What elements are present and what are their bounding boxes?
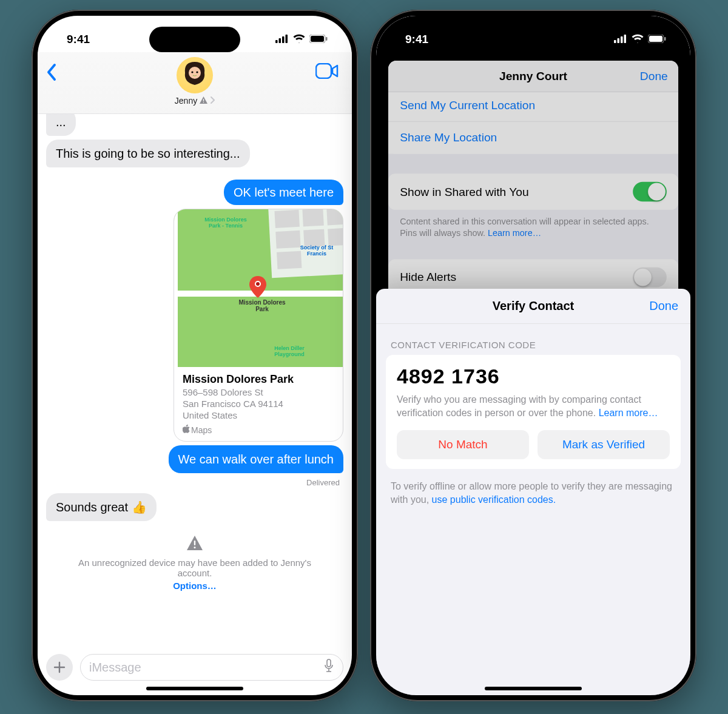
battery-icon [309,33,328,46]
svg-rect-20 [327,659,331,667]
message-text: This is going to be so interesting... [56,147,240,160]
location-title: Mission Dolores Park [183,373,334,386]
svg-rect-1 [279,38,281,43]
chevron-right-icon [210,96,215,106]
cellular-icon [614,33,627,46]
warning-text: An unrecognized device may have been add… [61,557,329,578]
battery-icon [648,33,666,46]
status-time: 9:41 [67,33,90,46]
message-thread[interactable]: ... This is going to be so interesting..… [38,114,352,619]
contact-avatar-button[interactable]: Jenny [47,56,342,106]
svg-rect-3 [286,35,288,43]
svg-rect-28 [649,36,662,42]
svg-point-9 [189,67,201,79]
svg-point-11 [196,71,198,73]
message-outgoing[interactable]: OK let's meet here [224,180,343,205]
iphone-right: 9:41 Jenny Court Done [370,10,696,701]
mark-verified-button[interactable]: Mark as Verified [538,430,670,459]
map-poi: Helen Diller Playground [265,345,314,357]
dynamic-island [488,27,579,52]
attach-button[interactable] [46,654,73,681]
svg-rect-25 [621,36,623,43]
svg-rect-26 [624,35,627,43]
message-incoming: ... [46,114,76,136]
svg-point-10 [191,71,193,73]
svg-rect-0 [275,40,278,43]
security-warning: An unrecognized device may have been add… [46,536,343,591]
location-address: 596–598 Dolores St San Francisco CA 9411… [183,387,334,421]
svg-rect-2 [282,36,285,43]
svg-rect-16 [194,541,195,545]
message-input[interactable]: iMessage [80,654,343,681]
wifi-icon [292,33,306,46]
delivered-label: Delivered [306,478,340,487]
sheet-header: Verify Contact Done [376,289,690,324]
verification-code: 4892 1736 [397,365,670,388]
svg-rect-7 [316,64,331,78]
home-indicator[interactable] [146,687,243,690]
warning-badge-icon [200,96,207,106]
dynamic-island [149,27,240,52]
map-poi: Society of St Francis [295,244,338,257]
public-codes-link[interactable]: use public verification codes. [432,494,556,505]
message-text: We can walk over after lunch [178,453,334,466]
status-time: 9:41 [405,33,428,46]
location-app: Maps [183,425,334,435]
verify-contact-sheet: Verify Contact Done CONTACT VERIFICATION… [376,289,690,695]
svg-rect-6 [326,37,328,41]
svg-point-17 [194,547,196,548]
svg-rect-29 [664,37,666,41]
message-incoming[interactable]: Sounds great 👍 [46,493,157,521]
message-text: Sounds great 👍 [56,500,147,514]
map-pin-label: Mission Dolores Park [235,299,289,312]
message-text: OK let's meet here [234,186,334,199]
message-incoming[interactable]: This is going to be so interesting... [46,140,250,167]
svg-rect-24 [618,38,620,43]
svg-point-15 [256,282,260,286]
svg-rect-23 [614,40,616,43]
learn-more-link[interactable]: Learn more… [599,408,658,418]
iphone-left: 9:41 [32,10,358,701]
compose-bar: iMessage [46,654,343,681]
dictate-icon[interactable] [323,659,334,676]
no-match-button[interactable]: No Match [397,430,529,459]
sheet-title: Verify Contact [493,299,574,313]
status-indicators [614,33,666,46]
contact-avatar [177,57,213,93]
svg-rect-5 [311,36,324,42]
section-label: CONTACT VERIFICATION CODE [376,324,690,355]
done-button[interactable]: Done [649,299,678,313]
warning-triangle-icon [61,536,329,554]
map-poi: Mission Dolores Park - Tennis [198,217,253,229]
map-thumbnail: Mission Dolores Park - Tennis Society of… [174,209,343,367]
status-indicators [275,33,328,46]
offline-verify-note: To verify offline or allow more people t… [376,469,690,506]
contact-name: Jenny [175,96,197,106]
facetime-button[interactable] [315,63,339,81]
warning-options-link[interactable]: Options… [173,581,217,591]
placeholder: iMessage [89,661,141,675]
home-indicator[interactable] [485,687,582,690]
svg-rect-13 [203,102,204,103]
back-button[interactable] [46,63,57,84]
verification-code-card: 4892 1736 Verify who you are messaging w… [386,355,681,469]
wifi-icon [631,33,644,46]
cellular-icon [275,33,289,46]
location-attachment[interactable]: Mission Dolores Park - Tennis Society of… [174,209,343,442]
verification-description: Verify who you are messaging with by com… [397,393,670,419]
svg-rect-12 [203,99,204,101]
conversation-header: Jenny [38,52,352,114]
message-outgoing[interactable]: We can walk over after lunch [169,445,343,473]
apple-logo-icon [183,425,190,435]
map-pin-icon [249,276,266,300]
